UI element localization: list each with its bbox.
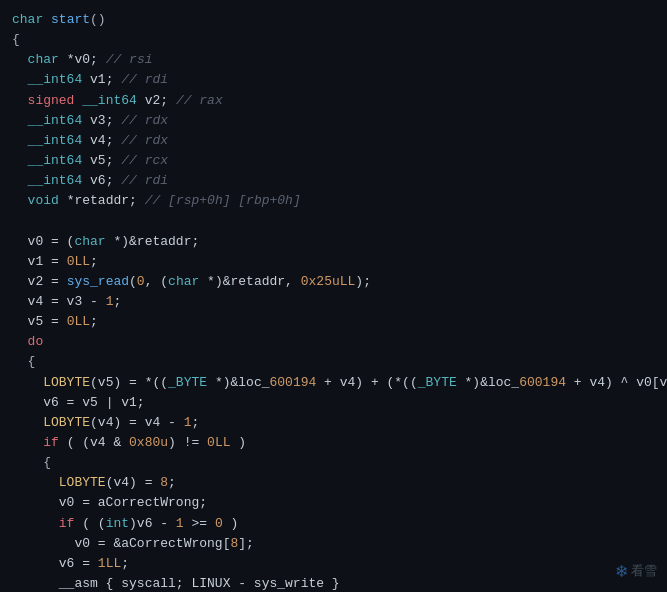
code-line: v6 = v5 | v1; xyxy=(12,393,655,413)
code-line: v1 = 0LL; xyxy=(12,252,655,272)
watermark-icon: ❄ xyxy=(616,560,627,582)
watermark-text: 看雪 xyxy=(631,562,657,580)
code-line: v0 = &aCorrectWrong[8]; xyxy=(12,534,655,554)
code-line: __int64 v3; // rdx xyxy=(12,111,655,131)
code-line: v0 = aCorrectWrong; xyxy=(12,493,655,513)
code-line: { xyxy=(12,453,655,473)
code-line: LOBYTE(v4) = 8; xyxy=(12,473,655,493)
code-line: { xyxy=(12,30,655,50)
code-line: LOBYTE(v4) = v4 - 1; xyxy=(12,413,655,433)
code-line: __int64 v6; // rdi xyxy=(12,171,655,191)
code-line: __int64 v4; // rdx xyxy=(12,131,655,151)
code-line: if ( (v4 & 0x80u) != 0LL ) xyxy=(12,433,655,453)
code-line: char *v0; // rsi xyxy=(12,50,655,70)
code-line: { xyxy=(12,352,655,372)
code-line: char start() xyxy=(12,10,655,30)
code-line: v2 = sys_read(0, (char *)&retaddr, 0x25u… xyxy=(12,272,655,292)
code-line: v5 = 0LL; xyxy=(12,312,655,332)
code-line: void *retaddr; // [rsp+0h] [rbp+0h] xyxy=(12,191,655,211)
code-line: v0 = (char *)&retaddr; xyxy=(12,232,655,252)
code-line xyxy=(12,211,655,231)
code-line: if ( (int)v6 - 1 >= 0 ) xyxy=(12,514,655,534)
code-line: v6 = 1LL; xyxy=(12,554,655,574)
code-line: __asm { syscall; LINUX - sys_write } xyxy=(12,574,655,592)
code-line: __int64 v1; // rdi xyxy=(12,70,655,90)
code-line: do xyxy=(12,332,655,352)
code-line: v4 = v3 - 1; xyxy=(12,292,655,312)
watermark: ❄ 看雪 xyxy=(616,560,657,582)
code-line: LOBYTE(v5) = *((_BYTE *)&loc_600194 + v4… xyxy=(12,373,655,393)
code-line: signed __int64 v2; // rax xyxy=(12,91,655,111)
code-line: __int64 v5; // rcx xyxy=(12,151,655,171)
code-container: char start() { char *v0; // rsi __int64 … xyxy=(0,0,667,592)
